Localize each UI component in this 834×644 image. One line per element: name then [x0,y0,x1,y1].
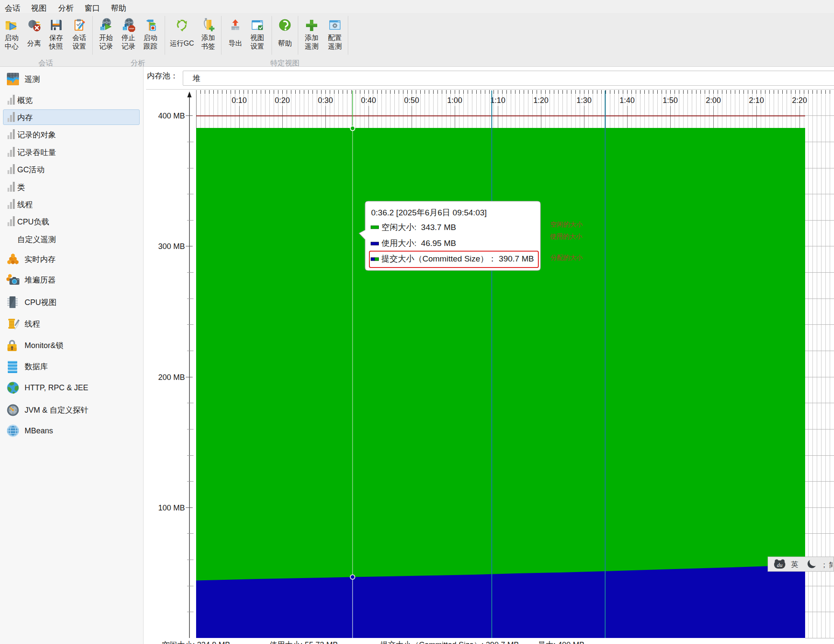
svg-text:2:20: 2:20 [792,96,807,105]
svg-text:英: 英 [791,560,799,569]
svg-text:200 MB: 200 MB [158,373,185,382]
svg-text:空闲大小: 343.7 MB: 空闲大小: 343.7 MB [381,223,456,232]
svg-text:1:40: 1:40 [619,96,634,105]
svg-text:0:20: 0:20 [275,96,290,105]
svg-text:300 MB: 300 MB [158,242,185,251]
svg-text:0:36.2 [2025年6月6日 09:54:03]: 0:36.2 [2025年6月6日 09:54:03] [371,208,487,217]
svg-text:100 MB: 100 MB [158,504,185,512]
svg-text:0:10: 0:10 [231,96,247,105]
svg-text:2:10: 2:10 [749,96,764,105]
svg-text:空闲的大小: 空闲的大小 [550,221,583,228]
svg-text:0:40: 0:40 [361,96,376,105]
svg-text:1:10: 1:10 [490,96,505,105]
svg-text:提交大小（Committed Size）： 390.7 MB: 提交大小（Committed Size）： 390.7 MB [381,254,534,263]
svg-text:1:20: 1:20 [533,96,548,105]
svg-text:；: ； [821,561,828,569]
svg-text:分配的大小: 分配的大小 [550,254,583,261]
svg-text:简: 简 [829,561,833,569]
svg-text:2:00: 2:00 [706,96,721,105]
svg-text:1:50: 1:50 [662,96,678,105]
svg-text:1:30: 1:30 [576,96,591,105]
svg-text:使用大小: 46.95 MB: 使用大小: 46.95 MB [381,239,456,248]
svg-text:400 MB: 400 MB [158,112,185,120]
svg-text:使用的大小: 使用的大小 [550,233,582,240]
svg-text:0:50: 0:50 [404,96,419,105]
svg-text:0:30: 0:30 [318,96,333,105]
svg-text:1:00: 1:00 [447,96,462,105]
svg-text:du: du [777,562,783,568]
